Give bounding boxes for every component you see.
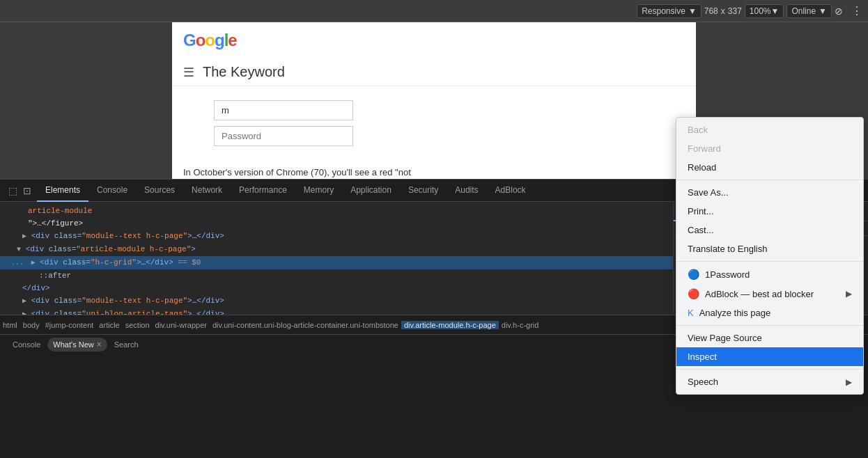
whatsnew-label: What's New — [53, 340, 93, 349]
menu-item-1password[interactable]: 🔵 1Password — [676, 264, 863, 284]
html-line-7: </div> — [0, 282, 673, 294]
username-input[interactable] — [214, 100, 353, 120]
menu-item-inspect[interactable]: Inspect — [676, 347, 863, 366]
breadcrumb-section[interactable]: section — [123, 321, 153, 329]
separator-1 — [676, 180, 863, 180]
breadcrumb-div-article-module[interactable]: div.article-module.h-c-page — [401, 321, 499, 329]
tab-audits-label: Audits — [455, 185, 478, 195]
online-label: Online — [791, 6, 816, 16]
article-text: In October's version of Chrome (70), you… — [172, 160, 451, 179]
whatsnew-tab[interactable]: What's New × — [47, 338, 107, 352]
tab-console-label: Console — [97, 185, 127, 195]
1password-icon: 🔵 — [688, 269, 699, 280]
adblock-left: 🔴 AdBlock — best ad blocker — [688, 288, 814, 299]
google-logo: Google — [183, 31, 237, 50]
logo-o1: o — [196, 31, 206, 49]
responsive-label: Responsive — [642, 6, 685, 16]
menu-item-save-as[interactable]: Save As... — [676, 183, 863, 202]
menu-item-translate[interactable]: Translate to English — [676, 239, 863, 258]
tab-application[interactable]: Application — [342, 180, 400, 202]
no-throttle-icon: ⊘ — [835, 6, 843, 17]
1password-label: 1Password — [705, 269, 750, 280]
tab-adblock-label: AdBlock — [495, 185, 526, 195]
analyze-icon: K — [688, 308, 694, 318]
tab-performance[interactable]: Performance — [231, 180, 295, 202]
tab-network[interactable]: Network — [183, 180, 231, 202]
tab-elements-label: Elements — [45, 185, 80, 195]
zoom-label: 100% — [750, 6, 771, 16]
1password-left: 🔵 1Password — [688, 269, 750, 280]
breadcrumb-body[interactable]: body — [20, 321, 42, 329]
menu-item-back[interactable]: Back — [676, 120, 863, 139]
zoom-select[interactable]: 100%▼ — [745, 4, 784, 18]
cast-label: Cast... — [688, 225, 714, 235]
breadcrumb-div-uni-content[interactable]: div.uni-content.uni-blog-article-contain… — [210, 321, 401, 329]
menu-item-print[interactable]: Print... — [676, 202, 863, 221]
tab-application-label: Application — [350, 185, 392, 195]
translate-label: Translate to English — [688, 244, 767, 254]
device-toggle-icon[interactable]: ⊡ — [20, 182, 34, 199]
html-line-9: ▶ <div class="uni-blog-article-tags">…</… — [0, 308, 673, 315]
tab-performance-label: Performance — [239, 185, 287, 195]
google-header: Google — [172, 22, 696, 58]
width-value: 768 — [704, 6, 718, 16]
search-label: Search — [114, 340, 139, 349]
html-line-5[interactable]: ... ▶ <div class="h-c-grid">…</div> == $… — [0, 256, 673, 269]
main-viewport: Google ☰ The Keyword In October's versio… — [0, 22, 868, 179]
menu-item-analyze[interactable]: K Analyze this page — [676, 303, 863, 322]
overflow-menu-button[interactable]: ⋮ — [851, 4, 862, 17]
forward-label: Forward — [688, 143, 721, 154]
html-line-1: article-module — [0, 205, 673, 217]
hamburger-icon[interactable]: ☰ — [183, 65, 194, 80]
login-form-area — [172, 86, 696, 160]
breadcrumb-jump-content[interactable]: #jump-content — [42, 321, 97, 329]
devtools-icons-left: ⬚ ⊡ — [3, 182, 37, 199]
tab-audits[interactable]: Audits — [447, 180, 486, 202]
separator-3 — [676, 325, 863, 326]
adblock-icon: 🔴 — [688, 288, 699, 299]
height-value: 337 — [728, 6, 742, 16]
menu-item-view-source[interactable]: View Page Source — [676, 329, 863, 347]
tab-adblock[interactable]: AdBlock — [487, 180, 534, 202]
password-input[interactable] — [214, 126, 353, 146]
whatsnew-close-button[interactable]: × — [97, 340, 102, 349]
menu-item-adblock[interactable]: 🔴 AdBlock — best ad blocker ▶ — [676, 284, 863, 303]
page-header: ☰ The Keyword — [172, 58, 696, 86]
tab-memory[interactable]: Memory — [295, 180, 342, 202]
back-label: Back — [688, 125, 708, 135]
save-as-label: Save As... — [688, 187, 729, 198]
html-line-8: ▶ <div class="module--text h-c-page">…</… — [0, 294, 673, 308]
responsive-chevron: ▼ — [688, 6, 697, 16]
menu-item-cast[interactable]: Cast... — [676, 221, 863, 239]
html-panel[interactable]: article-module ">…</figure> ▶ <div class… — [0, 202, 673, 315]
adblock-submenu-arrow: ▶ — [846, 289, 852, 299]
breadcrumb-div-uni-wrapper[interactable]: div.uni-wrapper — [153, 321, 210, 329]
separator-2 — [676, 261, 863, 262]
search-tab[interactable]: Search — [107, 335, 146, 354]
responsive-select[interactable]: Responsive ▼ — [637, 4, 702, 18]
breadcrumb-html[interactable]: html — [0, 321, 20, 329]
tab-elements[interactable]: Elements — [37, 180, 88, 202]
analyze-left: K Analyze this page — [688, 308, 770, 318]
tab-memory-label: Memory — [304, 185, 334, 195]
inspect-element-icon[interactable]: ⬚ — [6, 182, 20, 199]
logo-g: G — [183, 31, 196, 49]
menu-item-reload[interactable]: Reload — [676, 158, 863, 177]
tab-security-label: Security — [408, 185, 438, 195]
online-select[interactable]: Online▼ — [786, 4, 832, 18]
logo-e: e — [228, 31, 236, 49]
tab-sources[interactable]: Sources — [136, 180, 183, 202]
breadcrumb-div-hc-grid[interactable]: div.h-c-grid — [499, 321, 542, 329]
tab-security[interactable]: Security — [400, 180, 447, 202]
tab-console[interactable]: Console — [88, 180, 136, 202]
adblock-label: AdBlock — best ad blocker — [705, 289, 814, 299]
breadcrumb-article[interactable]: article — [96, 321, 122, 329]
reload-label: Reload — [688, 162, 716, 173]
menu-item-speech[interactable]: Speech ▶ — [676, 372, 863, 391]
context-menu: Back Forward Reload Save As... Print... … — [676, 117, 864, 395]
bottom-console-tab[interactable]: Console — [6, 335, 47, 354]
browser-page: Google ☰ The Keyword In October's versio… — [172, 22, 696, 179]
menu-item-forward[interactable]: Forward — [676, 139, 863, 158]
logo-o2: o — [205, 31, 215, 49]
html-line-6: ::after — [0, 269, 673, 282]
